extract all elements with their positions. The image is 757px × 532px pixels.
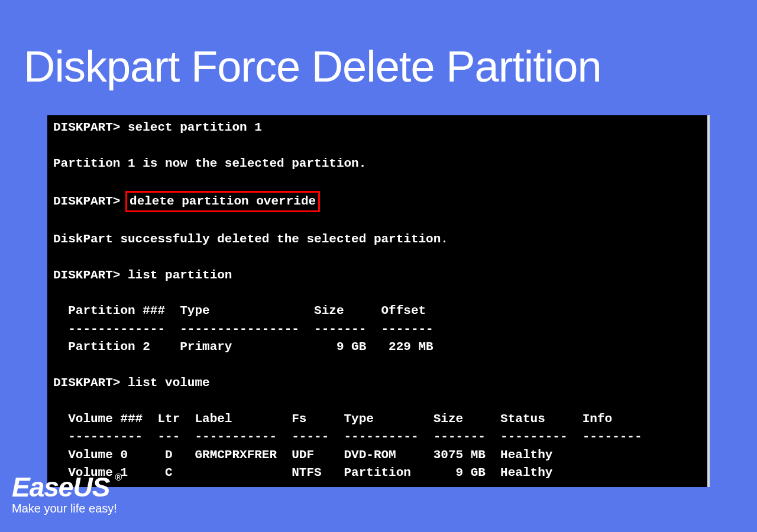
- terminal-prompt: DISKPART>: [53, 194, 128, 208]
- terminal-line: Partition 1 is now the selected partitio…: [53, 155, 701, 173]
- volume-table-header: Volume ### Ltr Label Fs Type Size Status…: [53, 410, 701, 428]
- terminal-line: DISKPART> list partition: [53, 267, 701, 284]
- terminal-window: DISKPART> select partition 1 Partition 1…: [47, 115, 710, 487]
- terminal-blank: [53, 212, 701, 230]
- brand-tagline: Make your life easy!: [12, 502, 117, 515]
- volume-table-row: Volume 0 D GRMCPRXFRER UDF DVD-ROM 3075 …: [53, 446, 701, 464]
- brand-name: EaseUS: [12, 472, 109, 502]
- terminal-blank: [53, 356, 701, 374]
- registered-icon: ®: [115, 472, 122, 483]
- volume-table-divider: ---------- --- ----------- ----- -------…: [53, 428, 701, 446]
- partition-table-header: Partition ### Type Size Offset: [53, 302, 701, 320]
- terminal-blank: [53, 137, 701, 154]
- brand-logo: EaseUS ® Make your life easy!: [12, 471, 117, 515]
- page-title: Diskpart Force Delete Partition: [0, 0, 757, 115]
- terminal-line: DiskPart successfully deleted the select…: [53, 231, 701, 248]
- terminal-line: DISKPART> select partition 1: [53, 119, 701, 137]
- terminal-blank: [53, 392, 701, 410]
- terminal-blank: [53, 284, 701, 302]
- partition-table-row: Partition 2 Primary 9 GB 229 MB: [53, 338, 701, 356]
- terminal-line: DISKPART> list volume: [53, 374, 701, 392]
- terminal-line-highlighted: DISKPART> delete partition override: [53, 191, 701, 212]
- highlight-box: delete partition override: [125, 191, 320, 212]
- terminal-blank: [53, 173, 701, 190]
- terminal-blank: [53, 248, 701, 266]
- volume-table-row: Volume 1 C NTFS Partition 9 GB Healthy: [53, 464, 701, 482]
- partition-table-divider: ------------- ---------------- ------- -…: [53, 320, 701, 338]
